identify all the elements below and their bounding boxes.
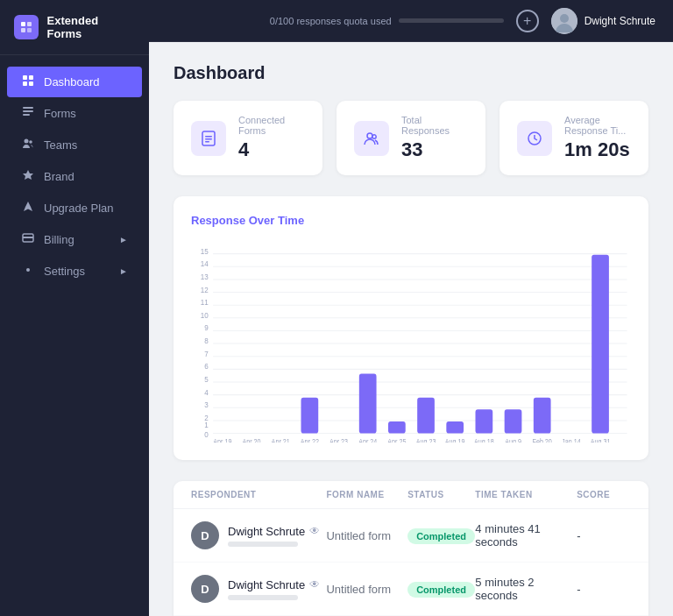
stat-value: 33 [401, 138, 468, 161]
status-cell: Completed [407, 527, 475, 544]
svg-text:1: 1 [204, 421, 209, 430]
svg-text:Apr 24: Apr 24 [358, 438, 378, 443]
status-badge: Completed [407, 528, 475, 544]
svg-text:14: 14 [201, 259, 209, 269]
stat-label: Total Responses [401, 115, 468, 136]
sidebar-item-forms[interactable]: Forms [7, 98, 142, 129]
stat-info: Connected Forms 4 [238, 115, 305, 161]
brand-icon [21, 169, 35, 184]
sidebar-item-billing[interactable]: Billing ► [7, 224, 142, 255]
sidebar-item-teams[interactable]: Teams [7, 130, 142, 160]
th-form-name: FORM NAME [326, 490, 407, 499]
stat-info: Total Responses 33 [401, 115, 468, 161]
svg-text:3: 3 [204, 400, 209, 410]
svg-text:Apr 23: Apr 23 [329, 438, 348, 443]
table-header: RESPONDENT FORM NAME STATUS TIME TAKEN S… [174, 481, 648, 509]
sidebar-item-label: Dashboard [44, 75, 100, 89]
table-row: D Dwight Schrute 👁 Untitled form Complet… [174, 563, 648, 616]
svg-text:Apr 25: Apr 25 [387, 438, 406, 443]
stat-label: Average Response Ti... [564, 115, 631, 136]
time-taken: 5 minutes 2 seconds [475, 576, 577, 602]
resp-name: Dwight Schrute 👁 [228, 525, 320, 538]
user-name: Dwight Schrute [584, 15, 655, 27]
stat-info: Average Response Ti... 1m 20s [564, 115, 631, 161]
sidebar-logo: Extended Forms [0, 0, 149, 55]
sidebar-item-dashboard[interactable]: Dashboard [7, 67, 142, 97]
svg-text:5: 5 [204, 374, 209, 384]
respondent-cell: D Dwight Schrute 👁 [191, 575, 326, 603]
svg-point-22 [367, 133, 372, 138]
svg-rect-2 [21, 28, 25, 32]
forms-icon [21, 106, 35, 121]
avatar: D [191, 521, 219, 549]
avatar: D [191, 575, 219, 603]
app-name: Extended Forms [47, 14, 135, 40]
svg-rect-9 [23, 110, 33, 112]
svg-text:Jan 14: Jan 14 [562, 438, 581, 443]
sidebar-item-brand[interactable]: Brand [7, 161, 142, 192]
status-cell: Completed [407, 581, 475, 598]
svg-text:0: 0 [204, 429, 209, 439]
chart-card: Response Over Time 15 14 13 12 11 10 9 8… [174, 196, 648, 460]
sidebar: Extended Forms Dashboard F [0, 0, 149, 616]
user-area[interactable]: Dwight Schrute [551, 8, 655, 34]
svg-rect-0 [21, 22, 25, 26]
score: - [577, 583, 631, 596]
bar-chart: 15 14 13 12 11 10 9 8 7 6 5 4 3 2 [191, 241, 631, 443]
stat-value: 4 [238, 138, 305, 161]
bar-jan14 [534, 398, 551, 434]
svg-text:Aug 23: Aug 23 [416, 438, 436, 443]
bar-aug19 [417, 398, 435, 434]
stats-row: Connected Forms 4 Total Responses 33 [174, 101, 648, 175]
resp-name-wrap: Dwight Schrute 👁 [228, 578, 320, 600]
dashboard-icon [21, 74, 35, 89]
svg-text:Aug 19: Aug 19 [445, 438, 465, 443]
svg-point-12 [29, 140, 32, 144]
stat-card-connected-forms: Connected Forms 4 [174, 101, 322, 175]
time-taken: 4 minutes 41 seconds [475, 522, 577, 549]
svg-rect-10 [23, 114, 30, 116]
resp-name-wrap: Dwight Schrute 👁 [228, 525, 320, 547]
svg-rect-4 [23, 75, 27, 80]
svg-rect-8 [23, 107, 33, 109]
table-row: D Dwight Schrute 👁 Untitled form Complet… [174, 509, 648, 563]
sidebar-item-label: Teams [44, 138, 77, 152]
bar-aug23 [388, 421, 406, 434]
settings-arrow: ► [119, 266, 128, 276]
sidebar-item-label: Billing [44, 233, 74, 246]
svg-rect-20 [205, 138, 212, 140]
teams-icon [21, 138, 35, 152]
th-time-taken: TIME TAKEN [475, 490, 577, 499]
form-name: Untitled form [326, 529, 407, 542]
bar-apr22 [301, 398, 319, 434]
svg-text:15: 15 [201, 246, 209, 256]
stat-card-total-responses: Total Responses 33 [336, 101, 485, 175]
th-score: SCORE [577, 490, 631, 499]
billing-arrow: ► [119, 235, 128, 244]
bar-aug31 [592, 255, 609, 434]
total-responses-icon [354, 121, 389, 156]
svg-rect-19 [205, 136, 212, 138]
svg-rect-21 [205, 141, 209, 143]
svg-text:Aug 9: Aug 9 [505, 438, 521, 443]
svg-rect-7 [29, 81, 33, 86]
eye-icon[interactable]: 👁 [309, 578, 320, 591]
bar-aug18 [446, 421, 464, 434]
svg-text:Apr 21: Apr 21 [272, 438, 290, 443]
chart-title: Response Over Time [191, 214, 631, 227]
page-title: Dashboard [174, 63, 648, 83]
billing-icon [21, 232, 35, 247]
avg-time-icon [517, 121, 552, 156]
respondent-cell: D Dwight Schrute 👁 [191, 521, 326, 549]
avatar [551, 8, 577, 34]
sidebar-item-settings[interactable]: Settings ► [7, 256, 142, 287]
svg-rect-5 [29, 75, 33, 80]
sidebar-item-upgrade[interactable]: Upgrade Plan [7, 193, 142, 223]
resp-name: Dwight Schrute 👁 [228, 578, 320, 591]
svg-text:11: 11 [201, 298, 209, 308]
sidebar-item-label: Forms [44, 107, 76, 120]
status-badge: Completed [407, 582, 475, 598]
add-button[interactable]: + [516, 10, 539, 32]
eye-icon[interactable]: 👁 [309, 525, 320, 537]
svg-rect-1 [27, 22, 32, 26]
